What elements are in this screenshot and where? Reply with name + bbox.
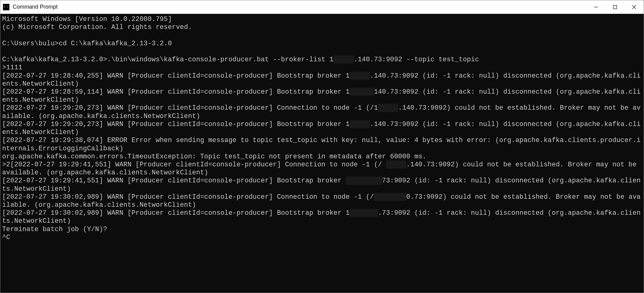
window-controls	[586, 0, 644, 14]
svg-rect-1	[613, 5, 617, 9]
maximize-button[interactable]	[605, 0, 625, 14]
close-icon	[632, 5, 636, 9]
titlebar[interactable]: Command Prompt	[0, 0, 644, 14]
minimize-icon	[594, 5, 598, 9]
command-prompt-window: Command Prompt Microsoft Windows [Versio…	[0, 0, 644, 293]
terminal-output[interactable]: Microsoft Windows [Version 10.0.22000.79…	[0, 14, 644, 293]
window-title: Command Prompt	[13, 4, 586, 10]
close-button[interactable]	[625, 0, 644, 14]
maximize-icon	[613, 5, 617, 9]
cmd-icon	[3, 4, 10, 10]
minimize-button[interactable]	[586, 0, 605, 14]
